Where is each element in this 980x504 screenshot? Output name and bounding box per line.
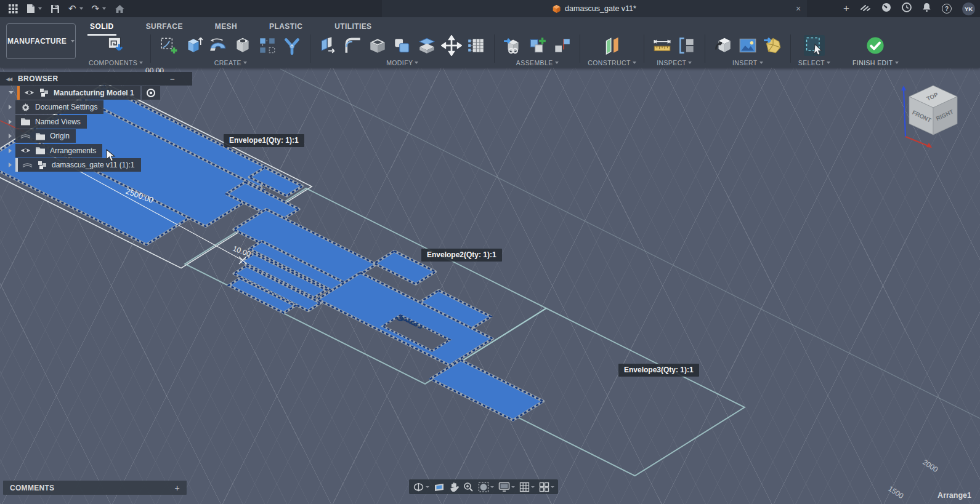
help-icon[interactable]: ? — [942, 4, 952, 14]
browser-title: BROWSER — [18, 74, 58, 83]
browser-row-damascus-gate[interactable]: damascus_gate v11 (1):1 — [0, 158, 192, 173]
status-gauge-icon[interactable] — [881, 2, 891, 15]
group-label-modify[interactable]: MODIFY — [386, 59, 418, 66]
folder-icon — [20, 117, 31, 126]
construct-plane-icon[interactable] — [602, 35, 623, 56]
minimize-panel-icon[interactable]: − — [170, 74, 175, 84]
new-component-icon[interactable] — [527, 35, 548, 56]
browser-row-arrangements[interactable]: Arrangements — [0, 143, 192, 158]
chevron-right-icon[interactable] — [9, 148, 12, 153]
fillet-icon[interactable] — [342, 35, 363, 56]
group-label-construct[interactable]: CONSTRUCT — [588, 59, 636, 66]
change-parameters-icon[interactable] — [466, 35, 487, 56]
eye-hidden-icon[interactable] — [20, 132, 31, 141]
look-at-tool[interactable] — [434, 482, 445, 492]
file-menu-button[interactable] — [24, 0, 44, 17]
chevron-right-icon[interactable] — [9, 162, 12, 167]
eye-visible-icon[interactable] — [20, 146, 31, 155]
group-finish-edit: FINISH EDIT — [836, 33, 905, 66]
derive-icon[interactable] — [713, 35, 734, 56]
create-box-icon[interactable] — [183, 35, 204, 56]
eye-hidden-icon[interactable] — [22, 161, 33, 170]
orbit-tool[interactable] — [413, 482, 429, 492]
group-label-inspect[interactable]: INSPECT — [657, 59, 692, 66]
job-status-clock-icon[interactable] — [902, 2, 912, 15]
browser-row-named-views[interactable]: Named Views — [0, 114, 192, 129]
viewports-tool[interactable] — [539, 482, 554, 492]
grid-caret[interactable] — [531, 486, 535, 488]
create-hole-icon[interactable] — [232, 35, 253, 56]
chevron-right-icon[interactable] — [9, 134, 12, 138]
navigation-bar — [409, 479, 558, 494]
press-pull-icon[interactable] — [318, 35, 339, 56]
group-label-assemble[interactable]: ASSEMBLE — [516, 59, 559, 66]
display-caret[interactable] — [511, 486, 515, 488]
chevron-right-icon[interactable] — [9, 105, 12, 110]
group-label-insert[interactable]: INSERT — [732, 59, 763, 66]
folder-icon — [35, 132, 46, 141]
group-label-finish-edit[interactable]: FINISH EDIT — [852, 59, 899, 66]
create-pattern-icon[interactable] — [257, 35, 278, 56]
browser-row-origin[interactable]: Origin — [0, 129, 192, 144]
viewports-caret[interactable] — [551, 486, 554, 488]
fit-caret[interactable] — [490, 486, 494, 488]
selection-bar — [17, 86, 20, 100]
insert-mesh-icon[interactable] — [762, 35, 783, 56]
insert-derive-icon[interactable] — [502, 35, 523, 56]
browser-row-manufacturing-model[interactable]: Manufacturing Model 1 — [0, 86, 192, 100]
chevron-right-icon[interactable] — [9, 119, 12, 124]
zoom-tool[interactable] — [463, 482, 474, 492]
chevron-down-icon[interactable] — [9, 91, 14, 94]
workspace-selector[interactable]: MANUFACTURE — [6, 23, 76, 59]
orbit-caret[interactable] — [426, 486, 429, 488]
pan-tool[interactable] — [449, 482, 459, 492]
split-body-icon[interactable] — [416, 35, 437, 56]
group-label-components[interactable]: COMPONENTS — [89, 59, 143, 66]
group-components: COMPONENTS — [83, 33, 149, 66]
group-assemble: ASSEMBLE — [496, 33, 578, 66]
grid-snap-tool[interactable] — [519, 482, 535, 492]
eye-visible-icon[interactable] — [24, 88, 34, 97]
browser-row-document-settings[interactable]: Document Settings — [0, 100, 192, 115]
redo-caret — [102, 7, 106, 10]
document-tab[interactable]: damascus_gate v11* — [382, 0, 807, 17]
create-sketch-icon[interactable] — [158, 35, 179, 56]
group-label-select[interactable]: SELECT — [798, 59, 830, 66]
app-grid-icon[interactable] — [6, 0, 20, 17]
tree-item-label: Manufacturing Model 1 — [54, 89, 134, 97]
extensions-icon[interactable] — [860, 3, 871, 14]
collapse-panel-icon[interactable]: ◂◂ — [6, 75, 12, 83]
canvas-icon[interactable] — [737, 35, 758, 56]
ruler-label-1: 2000 — [921, 458, 939, 474]
create-revolve-icon[interactable] — [208, 35, 229, 56]
browser-header[interactable]: ◂◂ BROWSER − — [0, 72, 192, 86]
combine-icon[interactable] — [392, 35, 413, 56]
3d-viewport[interactable]: دمشق2500.0010.0000.0020001500TOPFRONTRIG… — [0, 68, 980, 504]
fit-tool[interactable] — [478, 482, 494, 492]
group-label-create[interactable]: CREATE — [214, 59, 247, 66]
ruler-label-2: 1500 — [886, 484, 905, 500]
select-tool-icon[interactable] — [804, 35, 825, 56]
notifications-bell-icon[interactable] — [922, 2, 931, 15]
new-manufacturing-model-icon[interactable] — [105, 35, 126, 56]
finish-edit-icon[interactable] — [865, 35, 886, 56]
shell-icon[interactable] — [367, 35, 388, 56]
activate-component-radio[interactable] — [142, 86, 160, 100]
measure-icon[interactable] — [652, 35, 673, 56]
close-tab-icon[interactable]: × — [791, 0, 806, 17]
redo-button[interactable]: ↷ — [89, 0, 109, 17]
save-button[interactable] — [48, 0, 62, 17]
section-analysis-icon[interactable] — [676, 35, 697, 56]
move-copy-icon[interactable] — [441, 35, 462, 56]
comments-bar[interactable]: COMMENTS + — [3, 481, 187, 495]
create-form-icon[interactable] — [281, 35, 302, 56]
display-settings-tool[interactable] — [498, 482, 515, 492]
undo-button[interactable]: ↶ — [66, 0, 86, 17]
browser-panel: ◂◂ BROWSER − Manufacturing Model 1 Docum… — [0, 72, 192, 172]
group-select: SELECT — [792, 33, 836, 66]
joint-icon[interactable] — [551, 35, 572, 56]
user-avatar[interactable]: YK — [962, 2, 975, 15]
home-icon[interactable] — [112, 0, 128, 17]
add-comment-icon[interactable]: + — [175, 483, 180, 493]
new-tab-icon[interactable]: + — [843, 2, 849, 15]
